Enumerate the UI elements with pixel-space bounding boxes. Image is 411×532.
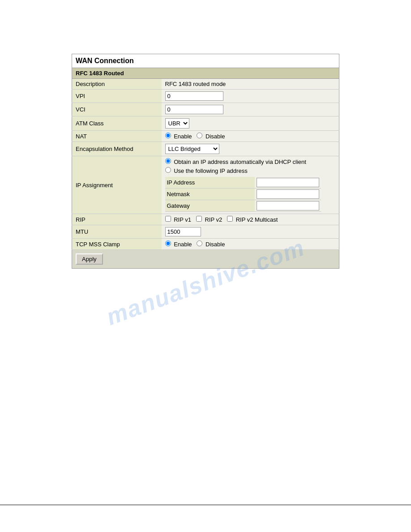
netmask-cell (255, 189, 321, 200)
nat-enable-radio[interactable] (165, 133, 171, 138)
rip-v2-label[interactable]: RIP v2 (196, 216, 224, 223)
ip-address-cell (255, 177, 321, 189)
nat-row: NAT Enable Disable (72, 131, 339, 142)
section-header: RFC 1483 Routed (72, 68, 339, 79)
atm-class-label: ATM Class (72, 116, 162, 131)
ip-dhcp-radio[interactable] (165, 158, 171, 164)
mtu-label: MTU (72, 225, 162, 239)
tcp-mss-disable-text: Disable (206, 241, 225, 248)
mtu-cell (162, 225, 339, 239)
vpi-cell (162, 90, 339, 103)
rip-v2-multicast-checkbox[interactable] (227, 216, 233, 222)
ip-manual-radio[interactable] (165, 167, 171, 173)
apply-cell: Apply (72, 250, 339, 269)
vci-input[interactable] (165, 105, 223, 114)
ip-assignment-label: IP Assignment (72, 156, 162, 214)
apply-row: Apply (72, 250, 339, 269)
rip-v1-text: RIP v1 (174, 216, 191, 223)
description-row: Description RFC 1483 routed mode (72, 79, 339, 90)
rip-v1-checkbox[interactable] (165, 216, 171, 222)
encap-label: Encapsulation Method (72, 142, 162, 156)
nat-disable-text: Disable (206, 133, 225, 140)
bottom-divider (0, 505, 411, 505)
atm-class-select[interactable]: UBR CBR VBR (165, 118, 189, 129)
ip-assignment-cell: Obtain an IP address automatically via D… (162, 156, 339, 214)
nat-enable-text: Enable (174, 133, 192, 140)
vpi-row: VPI (72, 90, 339, 103)
nat-label: NAT (72, 131, 162, 142)
rip-v2-multicast-text: RIP v2 Multicast (236, 216, 278, 223)
mtu-row: MTU (72, 225, 339, 239)
tcp-mss-row: TCP MSS Clamp Enable Disable (72, 239, 339, 250)
netmask-row: Netmask (165, 189, 321, 200)
section-header-row: RFC 1483 Routed (72, 68, 339, 79)
tcp-mss-enable-radio[interactable] (165, 240, 171, 246)
vci-cell (162, 103, 339, 116)
tcp-mss-enable-label[interactable]: Enable (165, 241, 194, 248)
rip-row: RIP RIP v1 RIP v2 RIP v2 Multicast (72, 214, 339, 225)
nat-enable-label[interactable]: Enable (165, 133, 194, 140)
rip-v2-text: RIP v2 (205, 216, 222, 223)
tcp-mss-disable-label[interactable]: Disable (197, 241, 225, 248)
description-value: RFC 1483 routed mode (165, 81, 226, 87)
mtu-input[interactable] (165, 227, 201, 236)
title-row: WAN Connection (72, 54, 339, 68)
tcp-mss-disable-radio[interactable] (197, 240, 202, 246)
vpi-input[interactable] (165, 91, 223, 101)
ip-address-input[interactable] (257, 178, 319, 187)
description-label: Description (72, 79, 162, 90)
ip-address-label: IP Address (165, 177, 255, 189)
page-title: WAN Connection (72, 54, 339, 68)
rip-label: RIP (72, 214, 162, 225)
rip-v2-multicast-label[interactable]: RIP v2 Multicast (227, 216, 278, 223)
nat-disable-label[interactable]: Disable (197, 133, 225, 140)
encap-cell: LLC Bridged LLC Routed VC Mux Bridged VC… (162, 142, 339, 156)
tcp-mss-cell: Enable Disable (162, 239, 339, 250)
vci-row: VCI (72, 103, 339, 116)
gateway-row: Gateway (165, 200, 321, 212)
rip-v1-label[interactable]: RIP v1 (165, 216, 193, 223)
ip-assignment-row: IP Assignment Obtain an IP address autom… (72, 156, 339, 214)
wan-connection-table: WAN Connection RFC 1483 Routed Descripti… (72, 54, 339, 269)
description-cell: RFC 1483 routed mode (162, 79, 339, 90)
ip-fields-table: IP Address Netmask Gateway (165, 177, 321, 212)
ip-manual-label[interactable]: Use the following IP address (165, 167, 248, 174)
vpi-label: VPI (72, 90, 162, 103)
vci-label: VCI (72, 103, 162, 116)
nat-cell: Enable Disable (162, 131, 339, 142)
gateway-cell (255, 200, 321, 212)
atm-class-row: ATM Class UBR CBR VBR (72, 116, 339, 131)
netmask-input[interactable] (257, 189, 319, 199)
rip-v2-checkbox[interactable] (196, 216, 202, 222)
tcp-mss-label: TCP MSS Clamp (72, 239, 162, 250)
ip-address-row: IP Address (165, 177, 321, 189)
ip-manual-text: Use the following IP address (174, 167, 248, 174)
encap-row: Encapsulation Method LLC Bridged LLC Rou… (72, 142, 339, 156)
encap-select[interactable]: LLC Bridged LLC Routed VC Mux Bridged VC… (165, 144, 219, 154)
apply-button[interactable]: Apply (76, 253, 103, 265)
rip-cell: RIP v1 RIP v2 RIP v2 Multicast (162, 214, 339, 225)
gateway-label: Gateway (165, 200, 255, 212)
ip-dhcp-text: Obtain an IP address automatically via D… (174, 159, 306, 165)
tcp-mss-enable-text: Enable (174, 241, 192, 248)
gateway-input[interactable] (257, 201, 319, 210)
ip-dhcp-label[interactable]: Obtain an IP address automatically via D… (165, 159, 306, 165)
atm-class-cell: UBR CBR VBR (162, 116, 339, 131)
netmask-label: Netmask (165, 189, 255, 200)
nat-disable-radio[interactable] (197, 133, 202, 138)
